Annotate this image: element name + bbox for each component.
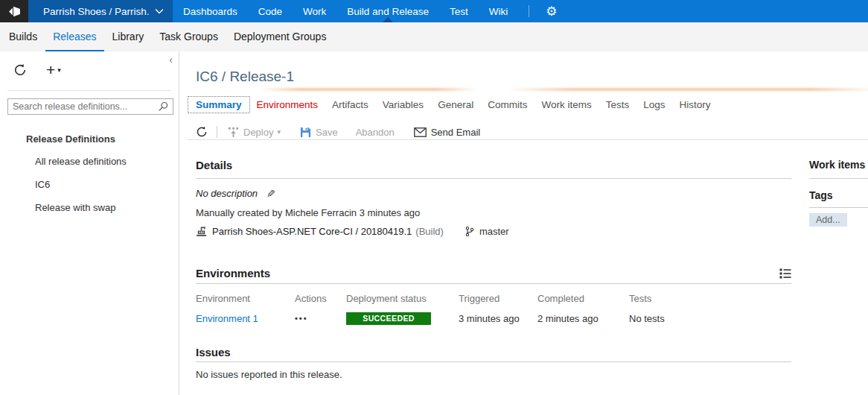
top-nav-bar: Parrish Shoes / Parrish... Dashboards Co… xyxy=(0,0,868,22)
save-button[interactable]: Save xyxy=(300,127,338,138)
environment-link[interactable]: Environment 1 xyxy=(196,312,295,325)
work-items-header: Work items xyxy=(809,157,868,172)
top-nav-items: Dashboards Code Work Build and Release T… xyxy=(173,0,518,22)
panel-divider xyxy=(809,207,868,208)
chevron-down-icon xyxy=(149,8,164,14)
abandon-label: Abandon xyxy=(356,127,395,138)
project-selector[interactable]: Parrish Shoes / Parrish... xyxy=(28,0,173,22)
refresh-button[interactable] xyxy=(196,126,208,138)
nav-code[interactable]: Code xyxy=(248,0,293,22)
page-title: IC6 / Release-1 xyxy=(196,67,868,86)
save-label: Save xyxy=(316,127,338,138)
collapse-sidebar-icon[interactable]: ‹ xyxy=(169,54,173,65)
section-divider xyxy=(196,283,791,284)
details-section-header: Details xyxy=(196,158,791,173)
tab-tests[interactable]: Tests xyxy=(606,99,630,110)
plus-icon: + xyxy=(46,61,55,79)
refresh-icon xyxy=(196,126,208,138)
add-release-definition-button[interactable]: + ▾ xyxy=(46,61,61,79)
tab-artifacts[interactable]: Artifacts xyxy=(332,99,368,110)
project-selector-label: Parrish Shoes / Parrish... xyxy=(43,6,149,17)
environments-table-header: Environment Actions Deployment status Tr… xyxy=(196,293,791,305)
nav-test[interactable]: Test xyxy=(439,0,479,22)
send-email-button[interactable]: Send Email xyxy=(414,127,480,138)
toolbar-separator xyxy=(217,126,217,138)
col-deployment-status: Deployment status xyxy=(346,293,459,305)
abandon-button[interactable]: Abandon xyxy=(356,127,395,138)
tab-releases[interactable]: Releases xyxy=(45,22,103,51)
tags-header: Tags xyxy=(809,188,868,203)
nav-build-and-release[interactable]: Build and Release xyxy=(336,0,439,22)
deploy-button[interactable]: Deploy ▾ xyxy=(228,127,281,138)
section-divider xyxy=(196,361,791,362)
vsts-logo-icon xyxy=(8,5,21,18)
tree-header: Release Definitions xyxy=(0,128,179,150)
deploy-icon xyxy=(228,127,239,138)
chevron-down-icon: ▾ xyxy=(57,66,61,74)
col-completed: Completed xyxy=(537,293,629,305)
right-panel: Work items Tags Add... xyxy=(809,157,868,227)
tab-commits[interactable]: Commits xyxy=(488,99,527,110)
sidebar-divider xyxy=(7,90,171,91)
search-input[interactable] xyxy=(7,98,173,115)
tab-environments[interactable]: Environments xyxy=(257,99,319,110)
col-environment: Environment xyxy=(196,293,295,305)
build-artifact-icon xyxy=(196,226,207,237)
edit-description-icon[interactable]: ✎ xyxy=(267,188,275,200)
search-box xyxy=(7,98,173,115)
email-icon xyxy=(414,127,427,137)
status-badge: SUCCEEDED xyxy=(346,312,431,325)
tab-deployment-groups[interactable]: Deployment Groups xyxy=(226,22,334,51)
list-view-icon[interactable] xyxy=(779,268,791,279)
triggered-value: 3 minutes ago xyxy=(459,312,537,325)
release-header: IC6 / Release-1 Summary Environments Art… xyxy=(196,67,868,142)
tab-history[interactable]: History xyxy=(679,99,710,110)
tab-logs[interactable]: Logs xyxy=(643,99,665,110)
release-tab-strip: Summary Environments Artifacts Variables… xyxy=(196,95,868,113)
highlight-streak xyxy=(261,88,476,91)
tab-summary[interactable]: Summary xyxy=(188,96,250,113)
deploy-label: Deploy xyxy=(243,127,273,138)
tab-general[interactable]: General xyxy=(438,99,473,110)
tree-item-ic6[interactable]: IC6 xyxy=(0,173,179,196)
tab-task-groups[interactable]: Task Groups xyxy=(152,22,226,51)
branch-name: master xyxy=(479,225,509,238)
save-icon xyxy=(300,127,311,138)
col-tests: Tests xyxy=(629,293,791,305)
topbar-separator xyxy=(529,5,529,17)
vsts-logo[interactable] xyxy=(0,0,28,22)
tab-library[interactable]: Library xyxy=(105,22,152,51)
tab-work-items[interactable]: Work items xyxy=(541,99,591,110)
col-actions: Actions xyxy=(295,293,346,305)
add-tag-button[interactable]: Add... xyxy=(809,213,847,227)
section-divider xyxy=(196,178,791,179)
refresh-icon[interactable] xyxy=(13,63,27,77)
nav-work[interactable]: Work xyxy=(293,0,336,22)
issues-section-header: Issues xyxy=(196,345,791,360)
tree-item-release-with-swap[interactable]: Release with swap xyxy=(0,196,179,219)
release-description: No description xyxy=(196,188,258,200)
environments-section-header: Environments xyxy=(196,266,270,281)
completed-value: 2 minutes ago xyxy=(537,312,629,325)
hub-tab-bar: Builds Releases Library Task Groups Depl… xyxy=(0,22,868,51)
gear-icon[interactable]: ⚙ xyxy=(541,0,561,22)
artifact-type: (Build) xyxy=(415,225,444,238)
tab-builds[interactable]: Builds xyxy=(1,22,45,51)
tab-variables[interactable]: Variables xyxy=(383,99,424,110)
nav-wiki[interactable]: Wiki xyxy=(479,0,519,22)
release-definitions-tree: Release Definitions All release definiti… xyxy=(0,128,179,219)
col-triggered: Triggered xyxy=(459,293,537,305)
git-branch-icon xyxy=(465,226,475,237)
release-summary-content: Details No description ✎ Manually create… xyxy=(196,139,791,381)
panel-divider xyxy=(809,178,868,179)
highlight-streak xyxy=(506,88,868,91)
tree-item-all-release-definitions[interactable]: All release definitions xyxy=(0,150,179,173)
environment-table-row: Environment 1 ••• SUCCEEDED 3 minutes ag… xyxy=(196,312,791,325)
artifact-name: Parrish Shoes-ASP.NET Core-CI / 20180419… xyxy=(212,225,412,238)
search-icon[interactable] xyxy=(158,101,168,112)
issues-empty-text: No issues reported in this release. xyxy=(196,369,791,381)
tests-value: No tests xyxy=(629,312,791,325)
nav-dashboards[interactable]: Dashboards xyxy=(173,0,248,22)
sidebar-toolbar: + ▾ xyxy=(0,51,179,89)
actions-ellipsis-icon[interactable]: ••• xyxy=(295,312,346,325)
